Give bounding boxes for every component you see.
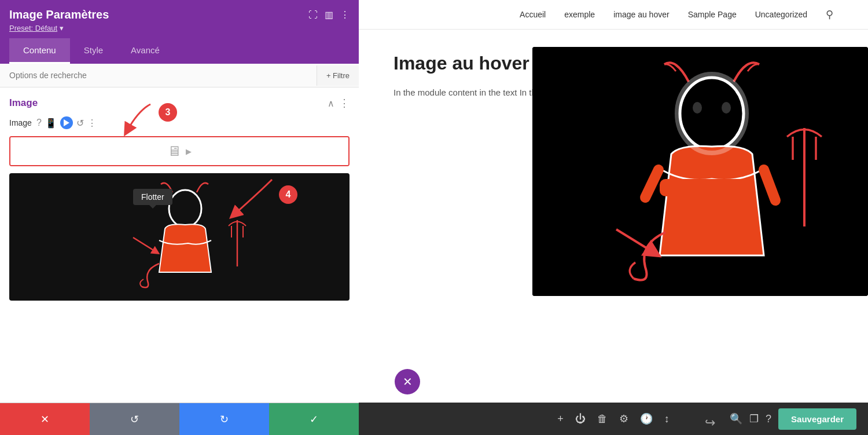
- left-panel: Image Paramètres ⛶ ▥ ⋮ Preset: Défaut ▾ …: [0, 0, 359, 435]
- layers-icon[interactable]: ❐: [749, 412, 759, 425]
- history-icon[interactable]: 🕐: [640, 412, 653, 425]
- section-title: Image: [9, 97, 38, 109]
- image-preview: [9, 173, 350, 301]
- section-controls: ∧ ⋮: [328, 97, 350, 109]
- curve-arrow-icon[interactable]: ↪: [705, 415, 715, 430]
- monitor-icon: 🖥: [167, 143, 181, 159]
- filter-button[interactable]: + Filtre: [317, 65, 359, 86]
- image-input-field[interactable]: 🖥 ▶: [10, 137, 348, 165]
- close-module-button[interactable]: ✕: [395, 369, 420, 394]
- tab-contenu[interactable]: Contenu: [9, 38, 70, 64]
- svg-marker-0: [64, 119, 69, 126]
- add-icon[interactable]: +: [557, 413, 564, 425]
- panel-header: Image Paramètres ⛶ ▥ ⋮ Preset: Défaut ▾ …: [0, 0, 359, 64]
- panel-header-icons: ⛶ ▥ ⋮: [308, 9, 350, 20]
- play-icon[interactable]: [60, 116, 73, 129]
- main-bottom-right: 🔍 ❐ ? Sauvegarder: [730, 408, 856, 430]
- settings-icon[interactable]: ⚙: [619, 412, 628, 425]
- cursor-indicator: ▶: [186, 147, 192, 156]
- nav-image-hover[interactable]: image au hover: [613, 10, 670, 19]
- layout-icon[interactable]: ↕: [664, 413, 670, 425]
- redo-button[interactable]: ↻: [179, 403, 269, 435]
- nav-sample-page[interactable]: Sample Page: [688, 10, 737, 19]
- main-bottom-toolbar: + ⏻ 🗑 ⚙ 🕐 ↕ ↪ 🔍 ❐ ? Sauvegarder: [359, 403, 868, 435]
- tab-style[interactable]: Style: [70, 38, 117, 64]
- bottom-toolbar: ✕ ↺ ↻ ✓: [0, 403, 359, 435]
- image-row: Image ? 📱 ↺ ⋮: [9, 116, 350, 129]
- cancel-button[interactable]: ✕: [0, 403, 90, 435]
- tooltip-flotter: Flotter: [133, 189, 172, 205]
- save-button[interactable]: Sauvegarder: [778, 408, 856, 430]
- collapse-icon[interactable]: ∧: [328, 98, 334, 109]
- panel-tabs: Contenu Style Avancé: [9, 38, 350, 64]
- main-content: Accueil exemple image au hover Sample Pa…: [359, 0, 868, 435]
- tab-avance[interactable]: Avancé: [117, 38, 174, 64]
- more-icon[interactable]: ⋮: [340, 9, 350, 20]
- page-text: In the module content in the text In the: [393, 86, 544, 100]
- fullscreen-icon[interactable]: ⛶: [308, 10, 318, 20]
- section-header: Image ∧ ⋮: [9, 97, 350, 109]
- undo-button[interactable]: ↺: [90, 403, 179, 435]
- panel-preset[interactable]: Preset: Défaut ▾: [9, 24, 350, 32]
- power-icon[interactable]: ⏻: [575, 413, 586, 425]
- preview-image: [75, 174, 284, 300]
- svg-point-6: [722, 102, 731, 114]
- svg-point-5: [693, 102, 702, 114]
- top-nav: Accueil exemple image au hover Sample Pa…: [359, 0, 868, 30]
- image-input-wrapper[interactable]: 🖥 ▶: [9, 136, 350, 166]
- search-icon[interactable]: 🔍: [730, 412, 742, 425]
- reset-icon[interactable]: ↺: [76, 118, 84, 129]
- main-image: [532, 47, 868, 296]
- image-field-label: Image: [9, 118, 32, 127]
- image-row-icons: ? 📱 ↺ ⋮: [36, 116, 97, 129]
- main-devil-image: [532, 47, 868, 296]
- confirm-button[interactable]: ✓: [269, 403, 359, 435]
- panel-title: Image Paramètres: [9, 8, 109, 21]
- nav-exemple[interactable]: exemple: [564, 10, 595, 19]
- columns-icon[interactable]: ▥: [325, 9, 333, 20]
- section-more-icon[interactable]: ⋮: [339, 97, 350, 109]
- nav-accueil[interactable]: Accueil: [520, 10, 546, 19]
- nav-search-icon[interactable]: ⚲: [826, 8, 833, 21]
- help-icon[interactable]: ?: [766, 413, 771, 425]
- search-input[interactable]: [0, 64, 317, 87]
- more-options-icon[interactable]: ⋮: [87, 118, 97, 129]
- search-bar: + Filtre: [0, 64, 359, 87]
- svg-rect-7: [660, 179, 752, 196]
- delete-icon[interactable]: 🗑: [597, 413, 608, 425]
- device-icon[interactable]: 📱: [45, 118, 57, 129]
- help-icon[interactable]: ?: [36, 118, 42, 128]
- panel-content: Image ∧ ⋮ Image ? 📱 ↺ ⋮: [0, 87, 359, 403]
- nav-uncategorized[interactable]: Uncategorized: [755, 10, 807, 19]
- page-content: Image au hover In the module content in …: [359, 30, 868, 403]
